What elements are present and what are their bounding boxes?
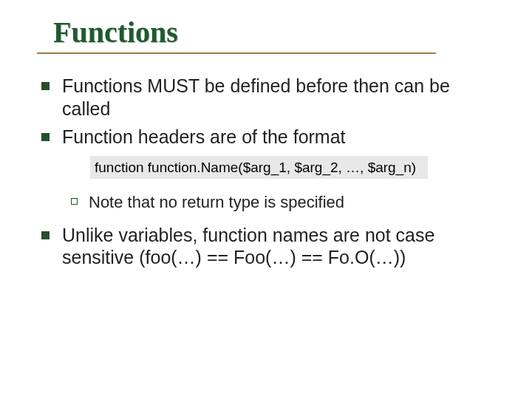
- bullet-list: Functions MUST be defined before then ca…: [37, 75, 502, 269]
- title-underline: [37, 52, 436, 54]
- slide-title: Functions: [53, 15, 502, 50]
- bullet-text: Unlike variables, function names are not…: [62, 225, 434, 268]
- hollow-square-bullet-icon: [71, 198, 78, 205]
- bullet-text: Function headers are of the format: [62, 126, 346, 147]
- slide-body: Functions MUST be defined before then ca…: [37, 75, 502, 269]
- square-bullet-icon: [41, 133, 50, 141]
- bullet-item: Function headers are of the format funct…: [37, 126, 502, 214]
- sub-bullet-item: Note that no return type is specified: [68, 192, 502, 214]
- bullet-item: Unlike variables, function names are not…: [37, 224, 502, 269]
- square-bullet-icon: [41, 231, 50, 239]
- square-bullet-icon: [41, 82, 50, 90]
- sub-bullet-list: Note that no return type is specified: [68, 192, 502, 214]
- code-example: function function.Name($arg_1, $arg_2, ……: [90, 156, 428, 179]
- bullet-item: Functions MUST be defined before then ca…: [37, 75, 502, 120]
- bullet-text: Functions MUST be defined before then ca…: [62, 75, 450, 119]
- sub-bullet-text: Note that no return type is specified: [89, 193, 344, 211]
- slide: Functions Functions MUST be defined befo…: [0, 0, 532, 399]
